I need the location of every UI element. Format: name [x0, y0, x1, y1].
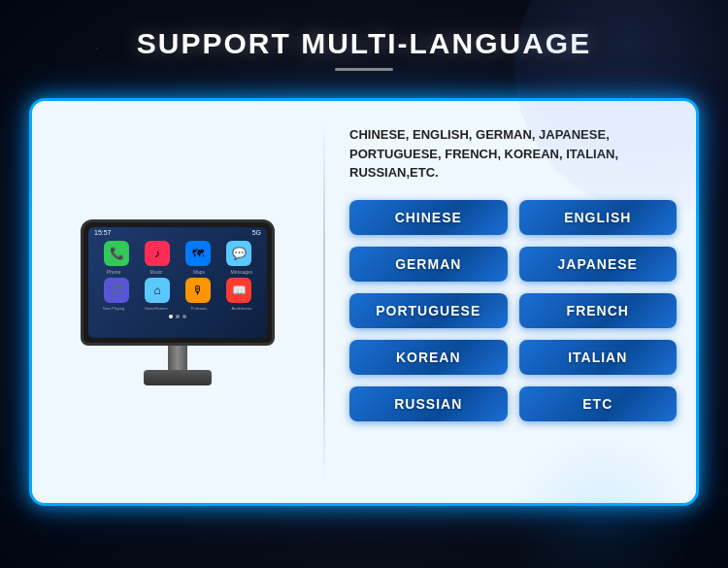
- app-icon-podcasts: 🎙: [185, 278, 211, 303]
- app-icon-audiobooks: 📖: [226, 278, 251, 303]
- app-label-podcasts: Podcasts: [184, 306, 214, 311]
- main-card: 15:57 5G 📞 ♪ 🗺 💬 Phone: [29, 98, 699, 506]
- device-screen: 15:57 5G 📞 ♪ 🗺 💬 Phone: [88, 227, 267, 338]
- device-monitor: 15:57 5G 📞 ♪ 🗺 💬 Phone: [81, 219, 275, 346]
- app-grid-top: 📞 ♪ 🗺 💬: [88, 238, 267, 269]
- btn-chinese[interactable]: CHINESE: [349, 200, 508, 235]
- page-container: SUPPORT MULTI-LANGUAGE 15:57 5G 📞: [0, 0, 728, 568]
- app-label-music: Music: [142, 269, 171, 275]
- btn-japanese[interactable]: JAPANESE: [519, 247, 678, 282]
- btn-french[interactable]: FRENCH: [519, 293, 678, 328]
- device-stand-neck: [168, 346, 187, 370]
- app-label-nowplaying: Now Playing: [99, 306, 128, 311]
- app-icon-maps: 🗺: [185, 241, 211, 266]
- app-icon-smartscreen: ⌂: [145, 278, 170, 303]
- page-title: SUPPORT MULTI-LANGUAGE: [0, 27, 728, 60]
- btn-german[interactable]: GERMAN: [349, 247, 508, 282]
- app-icon-nowplaying: 🎵: [104, 278, 129, 303]
- device-stand-base: [144, 370, 212, 385]
- app-icon-music: ♪: [145, 241, 170, 266]
- btn-portuguese[interactable]: PORTUGUESE: [349, 293, 508, 328]
- btn-korean[interactable]: KOREAN: [349, 340, 508, 375]
- device-wrapper: 15:57 5G 📞 ♪ 🗺 💬 Phone: [81, 219, 275, 385]
- language-section: CHINESE, ENGLISH, GERMAN, JAPANESE, PORT…: [325, 101, 696, 503]
- screen-status-bar: 15:57 5G: [88, 227, 267, 238]
- header-section: SUPPORT MULTI-LANGUAGE: [0, 0, 728, 81]
- btn-english[interactable]: ENGLISH: [519, 200, 678, 235]
- screen-time: 15:57: [94, 229, 112, 236]
- dot-indicator-active: [169, 315, 173, 318]
- language-buttons-grid: CHINESE ENGLISH GERMAN JAPANESE PORTUGUE…: [349, 200, 677, 421]
- btn-etc[interactable]: ETC: [519, 386, 678, 421]
- dot-indicator: [176, 315, 180, 318]
- app-label-messages: Messages: [227, 269, 256, 275]
- dot-indicator: [182, 315, 186, 318]
- app-icon-messages: 💬: [226, 241, 251, 266]
- app-label-smartscreen: SmartScreen: [142, 306, 171, 311]
- language-list-text: CHINESE, ENGLISH, GERMAN, JAPANESE, PORT…: [349, 125, 677, 183]
- app-icon-phone: 📞: [104, 241, 129, 266]
- screen-signal: 5G: [252, 229, 261, 236]
- btn-russian[interactable]: RUSSIAN: [349, 386, 508, 421]
- app-label-maps: Maps: [184, 269, 214, 275]
- device-section: 15:57 5G 📞 ♪ 🗺 💬 Phone: [32, 101, 323, 503]
- app-label-audiobooks: Audiobooks: [227, 306, 256, 311]
- btn-italian[interactable]: ITALIAN: [519, 340, 678, 375]
- app-grid-bottom: 🎵 ⌂ 🎙 📖: [88, 275, 267, 306]
- app-label-phone: Phone: [99, 269, 128, 275]
- title-underline: [335, 68, 393, 71]
